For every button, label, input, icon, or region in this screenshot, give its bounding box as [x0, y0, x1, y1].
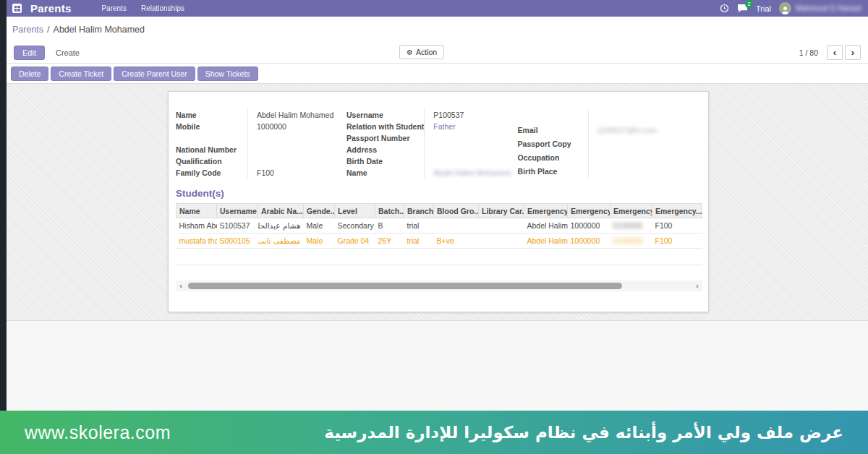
- delete-button[interactable]: Delete: [11, 67, 48, 81]
- field-mobile-value: 1000000: [248, 121, 342, 132]
- field-address-value: [425, 144, 510, 155]
- student-row[interactable]: mustafa tha... S000105 مصطفى ثابت Male G…: [176, 234, 702, 249]
- scrollbar-thumb[interactable]: [188, 283, 622, 289]
- app-window: Parents Parents Relationships 2 Trial Ma…: [0, 0, 868, 454]
- form-group-left: NameAbdel Halim Mohamed Mobile1000000 Na…: [176, 109, 342, 179]
- student-row[interactable]: Hisham Abd... S100537 هشام عبدالحليم Mal…: [176, 218, 702, 234]
- create-button[interactable]: Create: [56, 48, 80, 57]
- menu-item-relationships[interactable]: Relationships: [141, 4, 184, 12]
- field-label: Birth Date: [346, 155, 425, 167]
- col-header-batch[interactable]: Batch...: [375, 204, 404, 218]
- scroll-right-icon[interactable]: ›: [692, 280, 702, 291]
- parent-form-card: NameAbdel Halim Mohamed Mobile1000000 Na…: [168, 91, 709, 312]
- field-label: Name: [176, 109, 248, 121]
- create-ticket-button[interactable]: Create Ticket: [51, 67, 111, 81]
- students-section-title: Student(s): [176, 188, 708, 199]
- left-dark-strip: [0, 0, 7, 411]
- field-label: Username: [346, 109, 425, 121]
- content-area: NameAbdel Halim Mohamed Mobile1000000 Na…: [7, 84, 868, 320]
- field-label: Name: [346, 167, 425, 179]
- parent-form: NameAbdel Halim Mohamed Mobile1000000 Na…: [169, 92, 708, 179]
- field-national-number-value: [248, 144, 342, 155]
- pager: 1 / 80 ‹ ›: [799, 45, 861, 60]
- record-actions-bar: Delete Create Ticket Create Parent User …: [7, 64, 868, 84]
- create-parent-user-button[interactable]: Create Parent User: [114, 67, 195, 81]
- pager-next-button[interactable]: ›: [845, 45, 861, 60]
- col-header-emergency-4[interactable]: Emergency...: [652, 204, 702, 218]
- field-relation-link[interactable]: Father: [425, 121, 510, 132]
- breadcrumb-separator: /: [47, 25, 49, 35]
- form-group-middle: UsernameP100537 Relation with StudentFat…: [346, 109, 511, 179]
- students-table-header: Name Username Arabic Na... Gende... Leve…: [176, 204, 702, 218]
- field-label: Occupation: [518, 151, 589, 165]
- field-label: Birth Place: [518, 165, 589, 179]
- field-label: Email: [518, 123, 589, 137]
- breadcrumb-parents-link[interactable]: Parents: [12, 25, 43, 35]
- edit-button[interactable]: Edit: [14, 46, 45, 60]
- col-header-username[interactable]: Username: [217, 204, 258, 218]
- field-label: Relation with Student: [346, 121, 425, 132]
- field-label: Qualification: [176, 155, 248, 167]
- messages-badge: 2: [745, 0, 753, 8]
- status-bar: Edit Create ⚙ Action 1 / 80 ‹ ›: [7, 42, 868, 64]
- banner-caption-arabic: عرض ملف ولي الأمر وأبنائه في نظام سكولير…: [324, 423, 843, 442]
- show-tickets-button[interactable]: Show Tickets: [197, 67, 258, 81]
- field-name-value: Abdel Halim Mohamed: [248, 109, 342, 121]
- col-header-blood-group[interactable]: Blood Gro...: [434, 204, 479, 218]
- navbar-right: 2 Trial Mahmoud G Hamad: [720, 2, 861, 14]
- col-header-library-card[interactable]: Library Car...: [479, 204, 524, 218]
- col-header-emergency-3[interactable]: Emergency...: [610, 204, 652, 218]
- lower-content-area: [7, 320, 868, 411]
- field-label: National Number: [176, 144, 248, 155]
- menu-item-parents[interactable]: Parents: [101, 4, 126, 12]
- apps-grid-icon[interactable]: [12, 4, 22, 13]
- field-occupation-value: [589, 151, 700, 165]
- messages-icon[interactable]: 2: [737, 4, 748, 13]
- col-header-branch[interactable]: Branch: [404, 204, 434, 218]
- field-label: Family Code: [176, 167, 248, 179]
- field-label: Passport Number: [346, 132, 425, 144]
- gear-icon: ⚙: [407, 48, 413, 56]
- field-label: Address: [346, 144, 425, 155]
- field-label: [176, 132, 248, 144]
- pager-prev-button[interactable]: ‹: [827, 45, 843, 60]
- field-passport-copy-value: [589, 137, 700, 150]
- field-username-value: P100537: [425, 109, 510, 121]
- user-menu[interactable]: Mahmoud G Hamad: [779, 2, 861, 14]
- clock-icon[interactable]: [720, 4, 729, 13]
- table-empty-row: [176, 249, 702, 265]
- col-header-arabic-name[interactable]: Arabic Na...: [258, 204, 304, 218]
- field-label: Passport Copy: [518, 137, 589, 150]
- field-birth-date-value: [425, 155, 510, 167]
- field-email-value: a100537@tri.com: [589, 123, 700, 137]
- col-header-emergency-1[interactable]: Emergency...: [524, 204, 568, 218]
- trial-label: Trial: [756, 4, 771, 13]
- col-header-gender[interactable]: Gende...: [304, 204, 335, 218]
- col-header-emergency-2[interactable]: Emergency...: [568, 204, 610, 218]
- col-header-name[interactable]: Name: [176, 204, 217, 218]
- field-linked-name-value: Abdel Halim Mohamed: [425, 167, 510, 179]
- top-navbar: Parents Parents Relationships 2 Trial Ma…: [7, 0, 868, 17]
- pager-count: 1 / 80: [799, 48, 818, 57]
- promo-banner: www.skolera.com عرض ملف ولي الأمر وأبنائ…: [0, 411, 868, 454]
- field-family-code-value: F100: [248, 167, 342, 179]
- app-title: Parents: [30, 2, 71, 14]
- field-label: Mobile: [176, 121, 248, 132]
- field-birth-place-value: [589, 165, 700, 179]
- user-name: Mahmoud G Hamad: [796, 4, 861, 12]
- field-qualification-value: [248, 155, 342, 167]
- students-table: Name Username Arabic Na... Gende... Leve…: [176, 203, 702, 249]
- col-header-level[interactable]: Level: [335, 204, 375, 218]
- horizontal-scrollbar[interactable]: ‹ ›: [176, 280, 702, 291]
- website-url: www.skolera.com: [25, 422, 171, 443]
- action-label: Action: [416, 48, 437, 56]
- scroll-left-icon[interactable]: ‹: [176, 280, 186, 291]
- form-group-right: Emaila100537@tri.com Passport Copy Occup…: [518, 109, 700, 179]
- breadcrumb-current: Abdel Halim Mohamed: [54, 25, 145, 35]
- main-menu: Parents Relationships: [101, 4, 184, 12]
- action-button[interactable]: ⚙ Action: [399, 45, 444, 59]
- breadcrumb: Parents / Abdel Halim Mohamed: [7, 17, 868, 42]
- field-passport-number-value: [425, 132, 510, 144]
- avatar: [779, 2, 791, 14]
